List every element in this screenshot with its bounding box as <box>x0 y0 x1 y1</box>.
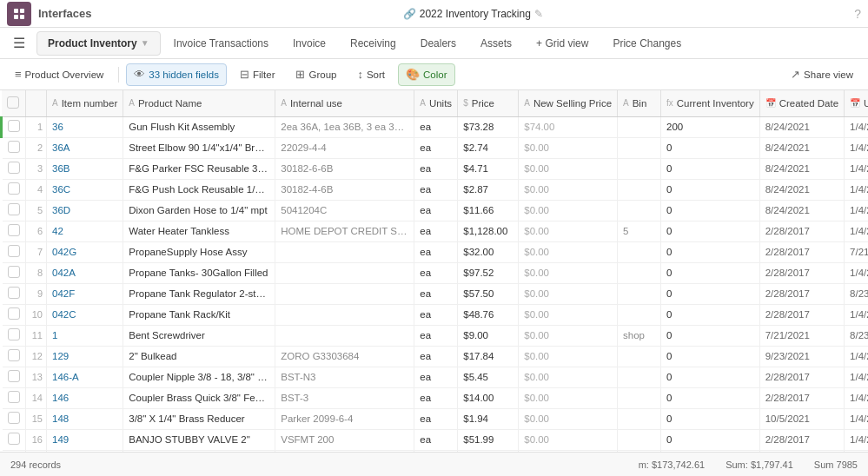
cell-current-inventory: 0 <box>661 408 760 429</box>
col-bin[interactable]: A Bin <box>618 90 661 116</box>
row-checkbox[interactable] <box>2 367 26 387</box>
col-price[interactable]: $ Price <box>458 90 519 116</box>
cell-internal-use: FR1118A10 <box>275 450 414 452</box>
col-new-selling-price[interactable]: A New Selling Price <box>519 90 618 116</box>
row-checkbox[interactable] <box>2 346 26 367</box>
cell-product-name: Coupler Nipple 3/8 - 18, 3/8" Body, Male <box>123 367 275 387</box>
eye-icon: 👁 <box>134 68 145 81</box>
col-internal-use[interactable]: A Internal use <box>275 90 414 116</box>
table-row: 7 042G PropaneSupply Hose Assy ea $32.00… <box>2 241 869 262</box>
col-bin-icon: A <box>623 98 629 108</box>
row-number: 14 <box>26 387 47 408</box>
cell-created-date: 2/28/2017 <box>759 262 844 283</box>
cell-units: ea <box>414 241 458 262</box>
row-checkbox[interactable] <box>2 137 26 158</box>
row-checkbox[interactable] <box>2 304 26 325</box>
table-row: 15 148 3/8" X 1/4" Brass Reducer Parker … <box>2 408 869 429</box>
nav-tabs: ☰ Product Inventory ▼ Invoice Transactio… <box>0 28 868 59</box>
row-checkbox[interactable] <box>2 221 26 241</box>
cell-price: $57.50 <box>458 283 519 304</box>
row-checkbox[interactable] <box>2 116 26 137</box>
tab-assets[interactable]: Assets <box>469 31 523 56</box>
color-icon: 🎨 <box>406 68 420 81</box>
cell-new-selling-price: $0.00 <box>519 241 618 262</box>
row-checkbox[interactable] <box>2 450 26 452</box>
app-logo[interactable] <box>7 2 31 26</box>
cell-new-selling-price: $0.00 <box>519 367 618 387</box>
cell-created-date: 10/5/2021 <box>759 408 844 429</box>
col-updated-date[interactable]: 📅 Updated Date <box>845 90 868 116</box>
table-row: 10 042C Propane Tank Rack/Kit ea $48.76 … <box>2 304 869 325</box>
cell-internal-use <box>275 283 414 304</box>
col-updated-date-icon: 📅 <box>850 98 860 108</box>
share-view-label: Share view <box>804 69 853 80</box>
toolbar-separator-1 <box>118 67 119 83</box>
table-row: 12 129 2" Bulkead ZORO G3303684 ea $17.8… <box>2 346 869 367</box>
col-created-date[interactable]: 📅 Created Date <box>759 90 844 116</box>
product-overview-button[interactable]: ≡ Product Overview <box>7 63 111 86</box>
share-view-button[interactable]: ↗ Share view <box>783 63 861 86</box>
cell-units: ea <box>414 387 458 408</box>
row-checkbox[interactable] <box>2 429 26 450</box>
row-checkbox[interactable] <box>2 241 26 262</box>
row-checkbox[interactable] <box>2 262 26 283</box>
cell-product-name: Bent Screwdriver <box>123 325 275 346</box>
col-product-name[interactable]: A Product Name <box>123 90 275 116</box>
cell-updated-date: 1/4/2022 <box>845 367 868 387</box>
tab-dealers[interactable]: Dealers <box>409 31 467 56</box>
cell-internal-use: VSFMT 200 <box>275 429 414 450</box>
cell-internal-use <box>275 304 414 325</box>
row-checkbox[interactable] <box>2 325 26 346</box>
sort-icon: ↕ <box>357 68 363 81</box>
table-row: 5 36D Dixon Garden Hose to 1/4" mpt 5041… <box>2 200 869 221</box>
cell-bin <box>618 429 661 450</box>
cell-units: ea <box>414 450 458 452</box>
cell-price: $1.94 <box>458 408 519 429</box>
breadcrumb: 🔗 2022 Inventory Tracking ✎ <box>98 8 847 20</box>
tab-price-changes[interactable]: Price Changes <box>601 31 692 56</box>
col-row-num <box>26 90 47 116</box>
color-button[interactable]: 🎨 Color <box>398 63 454 86</box>
row-checkbox[interactable] <box>2 200 26 221</box>
row-number: 12 <box>26 346 47 367</box>
status-bar: 294 records m: $173,742.61 Sum: $1,797.4… <box>0 452 868 476</box>
cell-internal-use: ZORO G3303684 <box>275 346 414 367</box>
col-item-number[interactable]: A Item number <box>47 90 123 116</box>
hidden-fields-button[interactable]: 👁 33 hidden fields <box>126 63 227 86</box>
filter-button[interactable]: ⊟ Filter <box>232 63 283 86</box>
tab-receiving[interactable]: Receiving <box>339 31 407 56</box>
cell-created-date: 2/28/2017 <box>759 221 844 241</box>
col-checkbox[interactable] <box>2 90 26 116</box>
cell-product-name: Water Heater Tankless <box>123 221 275 241</box>
row-checkbox[interactable] <box>2 283 26 304</box>
breadcrumb-edit-icon[interactable]: ✎ <box>534 8 543 20</box>
row-checkbox[interactable] <box>2 408 26 429</box>
cell-internal-use: 2ea 36A, 1ea 36B, 3 ea 36C, 1ea... <box>275 116 414 137</box>
cell-price: $48.76 <box>458 304 519 325</box>
cell-new-selling-price: $0.00 <box>519 262 618 283</box>
group-button[interactable]: ⊞ Group <box>288 63 344 86</box>
cell-units: ea <box>414 304 458 325</box>
tab-invoice[interactable]: Invoice <box>282 31 337 56</box>
cell-bin <box>618 450 661 452</box>
tab-product-inventory[interactable]: Product Inventory ▼ <box>36 31 161 56</box>
row-checkbox[interactable] <box>2 387 26 408</box>
row-checkbox[interactable] <box>2 179 26 200</box>
cell-product-name: Dixon Garden Hose to 1/4" mpt <box>123 200 275 221</box>
table-container: A Item number A Product Name A Internal … <box>0 90 868 452</box>
col-units[interactable]: A Units <box>414 90 458 116</box>
col-price-label: Price <box>472 98 494 109</box>
col-created-date-label: Created Date <box>779 98 838 109</box>
tab-receiving-label: Receiving <box>350 37 396 50</box>
help-icon[interactable]: ? <box>854 7 861 21</box>
row-number: 6 <box>26 221 47 241</box>
cell-created-date: 2/28/2017 <box>759 450 844 452</box>
tab-grid-view[interactable]: + Grid view <box>525 31 600 56</box>
row-checkbox[interactable] <box>2 158 26 179</box>
cell-created-date: 8/24/2021 <box>759 158 844 179</box>
sort-button[interactable]: ↕ Sort <box>349 63 393 86</box>
col-current-inventory[interactable]: fx Current Inventory <box>661 90 760 116</box>
tab-invoice-transactions[interactable]: Invoice Transactions <box>162 31 280 56</box>
cell-item-number: 148 <box>47 408 123 429</box>
hamburger-button[interactable]: ☰ <box>7 31 31 56</box>
